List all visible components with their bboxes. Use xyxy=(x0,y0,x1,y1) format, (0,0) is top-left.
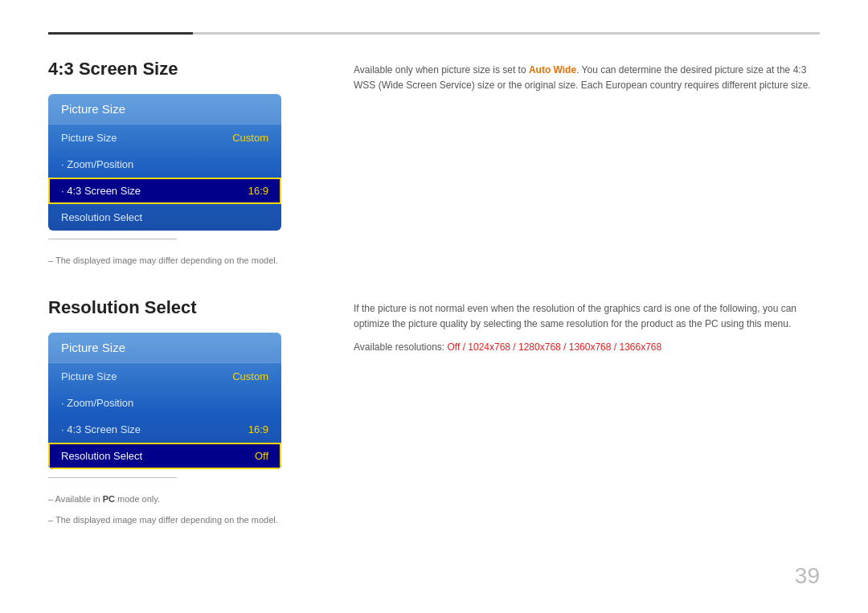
menu-item-label: Picture Size xyxy=(61,132,117,144)
section2-note1: – Available in PC mode only. xyxy=(48,494,321,504)
menu-item-value: 16:9 xyxy=(248,185,268,197)
section2-left: Resolution Select Picture Size Picture S… xyxy=(48,297,321,525)
section2-menu-header: Picture Size xyxy=(48,333,281,363)
menu-item-picture-size-2[interactable]: Picture Size Custom xyxy=(48,363,281,390)
resolutions-text: Off / 1024x768 / 1280x768 / 1360x768 / 1… xyxy=(448,341,662,353)
section1-menu-box: Picture Size Picture Size Custom · Zoom/… xyxy=(48,94,281,231)
menu-item-value: Off xyxy=(255,450,268,462)
section-43-screen-size: 4:3 Screen Size Picture Size Picture Siz… xyxy=(48,59,820,265)
menu-item-43-screen-size[interactable]: · 4:3 Screen Size 16:9 xyxy=(48,178,281,204)
menu-item-label: Resolution Select xyxy=(61,450,142,462)
available-label: Available resolutions: xyxy=(354,341,448,353)
menu-item-label: Picture Size xyxy=(61,370,117,382)
section1-description: Available only when picture size is set … xyxy=(354,63,820,93)
menu-item-label: · Zoom/Position xyxy=(61,397,133,409)
menu-item-resolution-select-highlighted[interactable]: Resolution Select Off xyxy=(48,443,281,469)
section1-title: 4:3 Screen Size xyxy=(48,59,321,80)
menu-item-value: 16:9 xyxy=(248,423,268,435)
section1-note: – The displayed image may differ dependi… xyxy=(48,255,321,265)
menu-item-resolution-select-1[interactable]: Resolution Select xyxy=(48,204,281,231)
divider-light xyxy=(193,32,820,35)
top-dividers xyxy=(48,32,820,35)
section2-description-main: If the picture is not normal even when t… xyxy=(354,301,820,332)
menu-item-value: Custom xyxy=(232,132,268,144)
section2-menu-box: Picture Size Picture Size Custom · Zoom/… xyxy=(48,333,281,469)
section2-title: Resolution Select xyxy=(48,297,321,318)
menu-item-43-screen-size-2[interactable]: · 4:3 Screen Size 16:9 xyxy=(48,416,281,443)
section2-note2: – The displayed image may differ dependi… xyxy=(48,515,321,525)
auto-wide-highlight: Auto Wide xyxy=(529,64,576,76)
section1-left: 4:3 Screen Size Picture Size Picture Siz… xyxy=(48,59,321,265)
divider-dark xyxy=(48,32,193,35)
menu-item-picture-size-1[interactable]: Picture Size Custom xyxy=(48,125,281,151)
menu-item-value: Custom xyxy=(232,370,268,382)
section2-right: If the picture is not normal even when t… xyxy=(354,297,820,525)
section1-separator xyxy=(48,239,177,239)
menu-item-label: · Zoom/Position xyxy=(61,158,133,170)
menu-item-label: · 4:3 Screen Size xyxy=(61,423,141,435)
section1-right: Available only when picture size is set … xyxy=(354,59,820,265)
page-container: 4:3 Screen Size Picture Size Picture Siz… xyxy=(0,0,868,589)
section-resolution-select: Resolution Select Picture Size Picture S… xyxy=(48,297,820,525)
menu-item-label: · 4:3 Screen Size xyxy=(61,185,141,197)
desc-prefix: Available only when picture size is set … xyxy=(354,64,529,76)
menu-item-zoom-2[interactable]: · Zoom/Position xyxy=(48,390,281,416)
section2-separator xyxy=(48,477,177,478)
section1-menu-header: Picture Size xyxy=(48,94,281,125)
pc-bold: PC xyxy=(103,494,115,504)
page-number: 39 xyxy=(795,563,820,589)
menu-item-label: Resolution Select xyxy=(61,211,142,223)
menu-item-zoom-1[interactable]: · Zoom/Position xyxy=(48,151,281,178)
section2-description-resolutions: Available resolutions: Off / 1024x768 / … xyxy=(354,340,820,355)
